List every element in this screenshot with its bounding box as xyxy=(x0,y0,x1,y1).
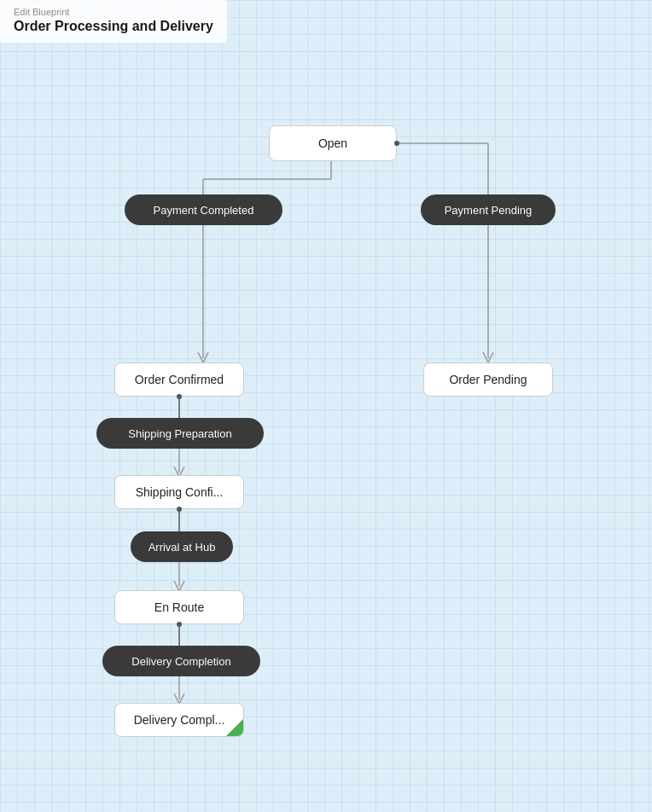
shipping-confirmed-label: Shipping Confi... xyxy=(136,485,224,499)
header-title: Order Processing and Delivery xyxy=(14,19,213,34)
delivery-completion-node[interactable]: Delivery Completion xyxy=(102,646,260,676)
order-confirmed-label: Order Confirmed xyxy=(135,373,224,386)
shipping-confirmed-node[interactable]: Shipping Confi... xyxy=(114,475,244,509)
open-node[interactable]: Open xyxy=(269,125,397,161)
connectors-svg xyxy=(0,0,652,812)
open-node-label: Open xyxy=(318,136,347,150)
order-pending-node[interactable]: Order Pending xyxy=(423,362,553,397)
arrival-at-hub-label: Arrival at Hub xyxy=(148,541,216,554)
blueprint-canvas: Edit Blueprint Order Processing and Deli… xyxy=(0,0,652,812)
shipping-preparation-node[interactable]: Shipping Preparation xyxy=(96,418,264,449)
header: Edit Blueprint Order Processing and Deli… xyxy=(0,0,227,43)
payment-completed-label: Payment Completed xyxy=(154,204,254,217)
arrival-at-hub-node[interactable]: Arrival at Hub xyxy=(131,531,233,562)
en-route-node[interactable]: En Route xyxy=(114,590,244,624)
order-pending-label: Order Pending xyxy=(449,373,527,386)
green-corner-indicator xyxy=(226,719,243,736)
payment-completed-node[interactable]: Payment Completed xyxy=(125,194,282,225)
delivery-completed-node[interactable]: Delivery Compl... xyxy=(114,703,244,737)
en-route-label: En Route xyxy=(154,600,204,614)
order-confirmed-node[interactable]: Order Confirmed xyxy=(114,362,244,397)
payment-pending-node[interactable]: Payment Pending xyxy=(421,194,556,225)
header-subtitle: Edit Blueprint xyxy=(14,7,213,17)
shipping-preparation-label: Shipping Preparation xyxy=(128,427,231,440)
delivery-completed-label: Delivery Compl... xyxy=(134,713,225,727)
payment-pending-label: Payment Pending xyxy=(445,204,533,217)
delivery-completion-label: Delivery Completion xyxy=(131,655,230,668)
